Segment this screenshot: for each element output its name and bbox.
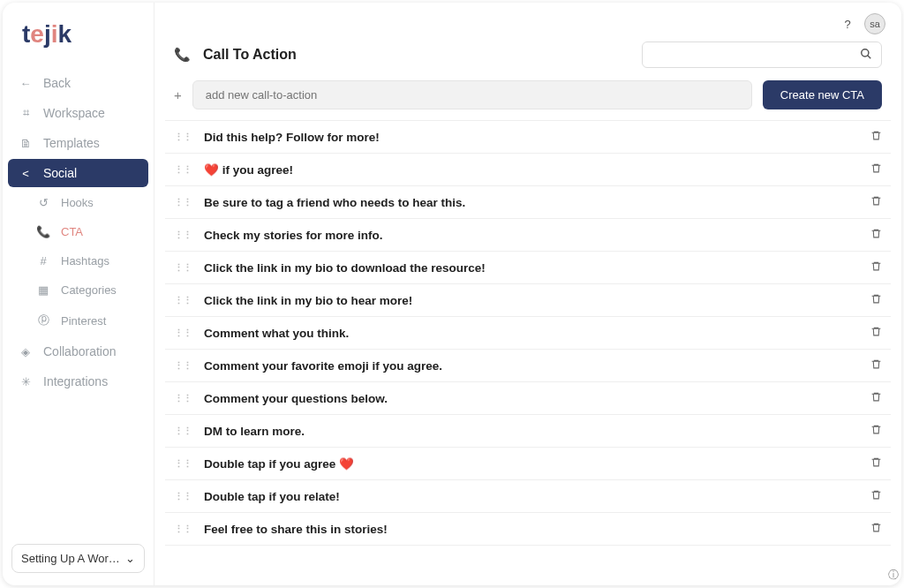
cta-text: Click the link in my bio to hear more! (204, 294, 870, 307)
help-icon[interactable]: ? (838, 14, 857, 34)
hashtag-icon: # (36, 254, 50, 268)
nav-workspace[interactable]: ⌗ Workspace (8, 99, 148, 127)
asterisk-icon: ✳ (19, 375, 33, 388)
nav-label: Workspace (43, 106, 105, 120)
cta-text: Be sure to tag a friend who needs to hea… (204, 196, 870, 209)
file-icon: 🗎 (19, 137, 33, 150)
delete-icon[interactable] (870, 228, 882, 242)
help-dropdown[interactable]: Setting Up A Works… ⌄ (11, 544, 145, 573)
list-item[interactable]: ⋮⋮Check my stories for more info. (165, 219, 891, 252)
list-item[interactable]: ⋮⋮Comment what you think. (165, 317, 891, 350)
add-cta-input[interactable] (192, 80, 752, 109)
avatar-initials: sa (870, 19, 880, 29)
drag-handle-icon[interactable]: ⋮⋮ (174, 230, 192, 241)
nav-hooks[interactable]: ↺ Hooks (8, 189, 148, 216)
drag-handle-icon[interactable]: ⋮⋮ (174, 458, 192, 470)
svg-line-1 (868, 55, 871, 58)
nav-label: Integrations (43, 374, 108, 388)
delete-icon[interactable] (870, 326, 882, 340)
cta-text: Click the link in my bio to download the… (204, 261, 870, 275)
drag-handle-icon[interactable]: ⋮⋮ (174, 328, 192, 339)
drag-handle-icon[interactable]: ⋮⋮ (174, 524, 192, 535)
drag-handle-icon[interactable]: ⋮⋮ (174, 393, 192, 404)
nav-hashtags[interactable]: # Hashtags (8, 247, 148, 275)
pinterest-icon: ⓟ (36, 313, 50, 328)
list-item[interactable]: ⋮⋮Be sure to tag a friend who needs to h… (165, 186, 891, 219)
svg-point-0 (862, 49, 869, 56)
nav-integrations[interactable]: ✳ Integrations (8, 367, 148, 396)
diamond-icon: ◈ (19, 345, 33, 358)
drag-handle-icon[interactable]: ⋮⋮ (174, 360, 192, 372)
drag-handle-icon[interactable]: ⋮⋮ (174, 262, 192, 274)
cta-text: Did this help? Follow for more! (204, 131, 870, 144)
delete-icon[interactable] (870, 358, 882, 373)
info-icon[interactable]: ⓘ (888, 568, 899, 583)
list-item[interactable]: ⋮⋮Comment your favorite emoji if you agr… (165, 350, 891, 382)
nav-collaboration[interactable]: ◈ Collaboration (8, 337, 148, 366)
delete-icon[interactable] (870, 293, 882, 307)
nav-pinterest[interactable]: ⓟ Pinterest (8, 305, 148, 335)
search-input[interactable] (642, 41, 882, 68)
delete-icon[interactable] (870, 391, 882, 405)
delete-icon[interactable] (870, 456, 882, 471)
list-item[interactable]: ⋮⋮Click the link in my bio to download t… (165, 252, 891, 284)
hook-icon: ↺ (36, 196, 50, 209)
page-header: 📞 Call To Action (154, 38, 901, 80)
nav-label: Collaboration (43, 344, 117, 358)
avatar[interactable]: sa (864, 13, 885, 34)
drag-handle-icon[interactable]: ⋮⋮ (174, 491, 192, 502)
drag-handle-icon[interactable]: ⋮⋮ (174, 295, 192, 306)
delete-icon[interactable] (870, 424, 882, 438)
delete-icon[interactable] (870, 260, 882, 275)
nav-label: Back (43, 76, 71, 90)
nav-label: Pinterest (61, 314, 106, 328)
sidebar: tejik ← Back ⌗ Workspace 🗎 Templates < S… (3, 3, 154, 585)
cta-text: Check my stories for more info. (204, 229, 870, 242)
list-item[interactable]: ⋮⋮Comment your questions below. (165, 382, 891, 415)
create-cta-button[interactable]: Create new CTA (763, 80, 882, 109)
nav-back[interactable]: ← Back (8, 69, 148, 97)
delete-icon[interactable] (870, 130, 882, 144)
grid-icon: ▦ (36, 283, 50, 297)
cta-list: ⋮⋮Did this help? Follow for more!⋮⋮❤️ if… (154, 120, 901, 585)
nav-label: Hooks (61, 196, 94, 209)
add-cta-row: + Create new CTA (154, 80, 901, 120)
cta-text: ❤️ if you agree! (204, 162, 870, 177)
list-item[interactable]: ⋮⋮Did this help? Follow for more! (165, 120, 891, 154)
list-item[interactable]: ⋮⋮Double tap if you relate! (165, 480, 891, 513)
phone-icon: 📞 (36, 225, 50, 238)
chevron-down-icon: ⌄ (125, 552, 135, 565)
delete-icon[interactable] (870, 162, 882, 177)
nav-social[interactable]: < Social (8, 159, 148, 187)
nav-label: Templates (43, 136, 100, 150)
brand-logo: tejik (8, 15, 148, 68)
nav-label: CTA (61, 225, 83, 238)
list-item[interactable]: ⋮⋮Click the link in my bio to hear more! (165, 284, 891, 317)
drag-handle-icon[interactable]: ⋮⋮ (174, 426, 192, 437)
page-title: Call To Action (203, 47, 629, 63)
cta-text: DM to learn more. (204, 425, 870, 438)
list-item[interactable]: ⋮⋮Feel free to share this in stories! (165, 513, 891, 546)
nav-cta[interactable]: 📞 CTA (8, 218, 148, 245)
drag-handle-icon[interactable]: ⋮⋮ (174, 164, 192, 176)
topbar: ? sa (154, 3, 901, 38)
delete-icon[interactable] (870, 195, 882, 209)
main-content: ? sa 📞 Call To Action + Create new CTA ⋮… (154, 3, 901, 585)
delete-icon[interactable] (870, 522, 882, 536)
nav-templates[interactable]: 🗎 Templates (8, 129, 148, 157)
cta-text: Comment your favorite emoji if you agree… (204, 359, 870, 373)
cta-text: Double tap if you agree ❤️ (204, 456, 870, 471)
list-item[interactable]: ⋮⋮DM to learn more. (165, 415, 891, 448)
plus-icon[interactable]: + (174, 87, 182, 102)
cta-text: Comment what you think. (204, 327, 870, 340)
nav-label: Social (43, 166, 77, 180)
list-item[interactable]: ⋮⋮❤️ if you agree! (165, 154, 891, 186)
search-icon (860, 48, 872, 63)
list-item[interactable]: ⋮⋮Double tap if you agree ❤️ (165, 448, 891, 480)
nav-categories[interactable]: ▦ Categories (8, 276, 148, 304)
delete-icon[interactable] (870, 489, 882, 503)
drag-handle-icon[interactable]: ⋮⋮ (174, 197, 192, 208)
arrow-left-icon: ← (19, 77, 33, 90)
cta-text: Comment your questions below. (204, 392, 870, 405)
drag-handle-icon[interactable]: ⋮⋮ (174, 132, 192, 143)
